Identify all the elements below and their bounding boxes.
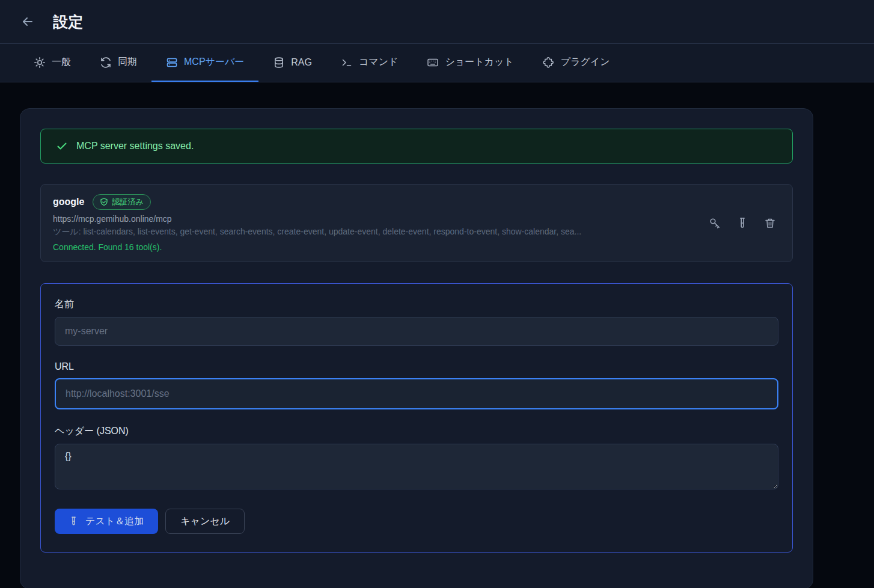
tab-sync[interactable]: 同期	[85, 44, 151, 82]
tab-commands[interactable]: コマンド	[326, 44, 413, 82]
tab-general[interactable]: 一般	[19, 44, 85, 82]
test-and-add-label: テスト＆追加	[85, 515, 144, 528]
headers-label: ヘッダー (JSON)	[55, 425, 778, 438]
database-icon	[273, 57, 285, 69]
tab-label: 一般	[52, 56, 71, 69]
back-button[interactable]	[19, 13, 36, 30]
auth-key-button[interactable]	[708, 216, 721, 230]
tab-rag[interactable]: RAG	[258, 44, 326, 82]
sync-icon	[100, 57, 112, 69]
server-tools-list: ツール: list-calendars, list-events, get-ev…	[53, 225, 581, 238]
add-server-form: 名前 URL ヘッダー (JSON) {}	[40, 283, 793, 553]
tab-label: MCPサーバー	[184, 56, 244, 69]
test-and-add-button[interactable]: テスト＆追加	[55, 509, 158, 534]
keyboard-icon	[427, 57, 439, 69]
server-icon	[166, 57, 178, 69]
test-tube-icon	[69, 516, 78, 527]
arrow-left-icon	[20, 14, 35, 29]
server-card: google 認証済み https://mcp.gemihub.online/m…	[40, 184, 793, 262]
page-title: 設定	[53, 12, 84, 32]
auth-badge: 認証済み	[93, 194, 150, 210]
terminal-icon	[341, 57, 353, 69]
settings-tab-bar: 一般 同期 MCPサーバー RAG	[0, 44, 874, 82]
success-banner: MCP server settings saved.	[40, 129, 793, 164]
tab-label: RAG	[291, 57, 312, 68]
auth-badge-label: 認証済み	[112, 197, 143, 207]
puzzle-icon	[543, 57, 555, 69]
test-tube-icon	[737, 217, 748, 229]
server-name-input[interactable]	[55, 317, 778, 346]
server-name: google	[53, 197, 84, 207]
gear-icon	[34, 57, 46, 69]
test-server-button[interactable]	[736, 216, 749, 230]
tab-mcp-servers[interactable]: MCPサーバー	[151, 44, 258, 82]
name-label: 名前	[55, 298, 778, 311]
key-icon	[709, 217, 721, 230]
settings-content: MCP server settings saved. google 認証済み	[0, 82, 874, 588]
tab-label: プラグイン	[561, 56, 610, 69]
server-status: Connected. Found 16 tool(s).	[53, 242, 581, 252]
check-icon	[56, 140, 68, 152]
tab-label: ショートカット	[445, 56, 513, 69]
server-url-input[interactable]	[55, 378, 778, 409]
tab-shortcuts[interactable]: ショートカット	[412, 44, 528, 82]
server-actions	[708, 194, 780, 252]
url-label: URL	[55, 361, 778, 372]
server-info: google 認証済み https://mcp.gemihub.online/m…	[53, 194, 581, 252]
mcp-settings-card: MCP server settings saved. google 認証済み	[20, 108, 813, 588]
tab-label: コマンド	[359, 56, 399, 69]
shield-check-icon	[100, 198, 108, 206]
success-message: MCP server settings saved.	[76, 141, 194, 152]
tab-plugins[interactable]: プラグイン	[528, 44, 625, 82]
app-header: 設定	[0, 0, 874, 44]
trash-icon	[764, 217, 776, 229]
tab-label: 同期	[118, 56, 137, 69]
delete-server-button[interactable]	[763, 216, 777, 230]
server-url: https://mcp.gemihub.online/mcp	[53, 213, 581, 225]
headers-json-textarea[interactable]: {}	[55, 444, 778, 489]
cancel-button[interactable]: キャンセル	[165, 509, 245, 534]
